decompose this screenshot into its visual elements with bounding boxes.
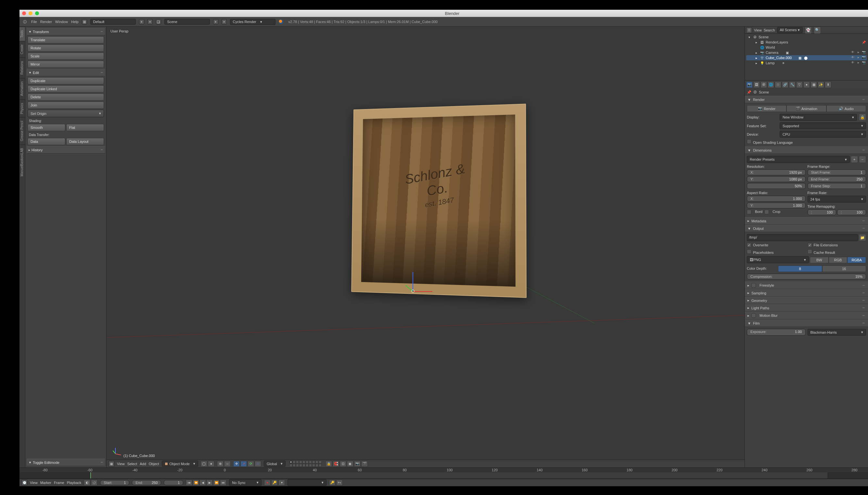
lock-layers-icon[interactable]: 🔒 [326,461,332,467]
view-menu[interactable]: View [117,462,125,466]
menu-window[interactable]: Window [55,20,68,24]
layout-add-icon[interactable]: + [139,19,144,24]
layout-browse-icon[interactable]: ⊞ [82,19,87,24]
duplicate-button[interactable]: Duplicate [28,77,104,84]
gizmo-x-axis[interactable] [413,291,432,292]
scene-remove-icon[interactable]: × [222,19,227,24]
start-field[interactable]: Start:1 [100,480,129,485]
remap-new-field[interactable]: :100 [837,209,866,215]
aspect-y-field[interactable]: Y:1.000 [747,203,806,208]
remap-old-field[interactable]: :100 [807,209,836,215]
crop-checkbox[interactable] [764,210,769,214]
smooth-button[interactable]: Smooth [28,124,65,131]
preset-remove-icon[interactable]: − [859,156,866,163]
outliner-view-menu[interactable]: View [754,28,762,32]
join-button[interactable]: Join [28,102,104,109]
layout-remove-icon[interactable]: × [147,19,153,24]
end-field[interactable]: End:250 [132,480,161,485]
keyframe-next-icon[interactable]: ⏩ [213,480,219,485]
screen-layout-dropdown[interactable]: Default [90,19,136,25]
window-controls[interactable] [22,11,39,15]
freestyle-checkbox[interactable] [751,283,756,288]
range-icon[interactable]: ◐ [84,480,90,485]
outliner-ghost-icon[interactable]: 👻 [805,27,812,34]
scene-browse-icon[interactable]: ❏ [156,19,161,24]
rgb-button[interactable]: RGB [829,257,848,263]
panel-dimensions-header[interactable]: ▼Dimensions┉ [745,147,868,154]
motionblur-checkbox[interactable] [751,313,756,318]
keying-icon[interactable]: 🔑 [271,480,278,485]
frame-rate-dropdown[interactable]: 24 fps▾ [807,196,866,203]
tab-object-icon[interactable]: □ [775,82,781,88]
timeline-canvas[interactable]: -80-60-40-200204060801001201401601802002… [19,468,868,479]
panel-history-header[interactable]: ▸History┉ [27,146,105,154]
tab-create[interactable]: Create [19,41,25,57]
flat-button[interactable]: Flat [66,124,104,131]
folder-icon[interactable]: 📁 [859,234,866,241]
current-frame-field[interactable]: 1 [164,480,183,485]
panel-film-header[interactable]: ▼Film┉ [745,319,868,327]
tl-playback-menu[interactable]: Playback [67,481,82,484]
manip-rotate-icon[interactable]: ⟳ [247,461,254,467]
tl-frame-menu[interactable]: Frame [54,481,64,484]
res-x-field[interactable]: X:1920 px [747,169,806,175]
tab-world-icon[interactable]: 🌐 [768,82,774,88]
tab-scene-icon[interactable]: ⦿ [760,82,767,88]
mode-dropdown[interactable]: Object Mode▾ [162,461,198,467]
play-reverse-icon[interactable]: ◀ [199,480,206,485]
keying-dropdown-icon[interactable]: ▾ [278,480,285,485]
manip-scale-icon[interactable]: □ [255,461,261,467]
tab-grease-pencil[interactable]: Grease Pencil [19,117,25,144]
menu-file[interactable]: File [31,20,37,24]
scene-dropdown[interactable]: Scene [164,19,210,25]
key-insert-icon[interactable]: 🔑 [329,480,335,485]
panel-sampling-header[interactable]: ▸Sampling┉ [745,289,868,297]
tab-manuel-bastioni[interactable]: ManuelBastioniLAB [19,144,25,180]
bw-button[interactable]: BW [810,257,829,263]
aspect-x-field[interactable]: X:1.000 [747,196,806,202]
orientation-dropdown[interactable]: Global▾ [264,461,285,467]
tab-material-icon[interactable]: ● [803,82,810,88]
tab-texture-icon[interactable]: ▦ [810,82,817,88]
minimize-icon[interactable] [29,11,32,15]
panel-transform-header[interactable]: ▼Transform┉ [27,28,105,35]
panel-motionblur-header[interactable]: ▸Motion Blur┉ [745,312,868,319]
res-pct-field[interactable]: 50% [747,183,806,189]
tab-constraints-icon[interactable]: 🔗 [782,82,788,88]
rgba-button[interactable]: RGBA [847,257,866,263]
border-checkbox[interactable] [747,210,751,214]
editor-type-3dview-icon[interactable]: ▦ [109,461,114,467]
tab-physics[interactable]: Physics [19,99,25,117]
data-layout-button[interactable]: Data Layout [66,138,104,145]
panel-render-header[interactable]: ▼Render┉ [745,96,868,103]
object-menu[interactable]: Object [149,462,159,466]
proportional-icon[interactable]: ◉ [347,461,354,467]
panel-metadata-header[interactable]: ▸Metadata┉ [745,217,868,225]
jump-end-icon[interactable]: ⏭ [220,480,226,485]
exposure-field[interactable]: Exposure:1.00 [747,329,806,336]
outliner-search-icon[interactable]: 🔍 [814,27,821,34]
start-frame-field[interactable]: Start Frame:1 [807,169,866,175]
sync-dropdown[interactable]: No Sync▾ [229,479,262,486]
cache-checkbox[interactable] [807,249,812,254]
menu-render[interactable]: Render [40,20,52,24]
render-engine-dropdown[interactable]: Cycles Render▾ [230,19,276,25]
tab-renderlayers-icon[interactable]: 🖼 [753,82,760,88]
mirror-button[interactable]: Mirror [28,61,104,68]
menu-help[interactable]: Help [71,20,79,24]
tab-particles-icon[interactable]: ✨ [818,82,824,88]
pivot-icon[interactable]: ⊕ [217,461,224,467]
preset-add-icon[interactable]: + [851,156,858,163]
panel-lightpaths-header[interactable]: ▸Light Paths┉ [745,304,868,312]
display-dropdown[interactable]: New Window▾ [780,114,857,121]
lock-range-icon[interactable]: ⭯ [91,480,97,485]
end-frame-field[interactable]: End Frame:250 [807,176,866,182]
keyframe-prev-icon[interactable]: ⏪ [193,480,199,485]
panel-edit-header[interactable]: ▼Edit┉ [27,69,105,76]
set-origin-dropdown[interactable]: Set Origin▾ [28,110,104,117]
tab-animation[interactable]: Animation [19,78,25,99]
close-icon[interactable] [22,11,26,15]
data-button[interactable]: Data [28,138,65,145]
layers-widget[interactable] [290,461,322,467]
feature-dropdown[interactable]: Supported▾ [780,122,866,129]
